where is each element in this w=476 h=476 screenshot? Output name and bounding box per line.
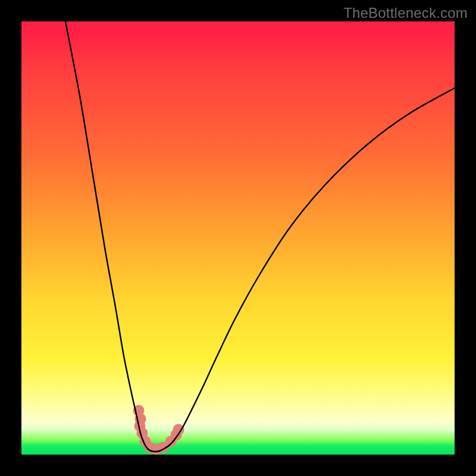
plot-area [21, 21, 455, 455]
watermark-text: TheBottleneck.com [343, 5, 468, 21]
outer-frame: TheBottleneck.com [0, 0, 476, 476]
curve-layer [21, 21, 455, 455]
marker-group [133, 405, 184, 455]
bottleneck-curve [64, 15, 455, 452]
